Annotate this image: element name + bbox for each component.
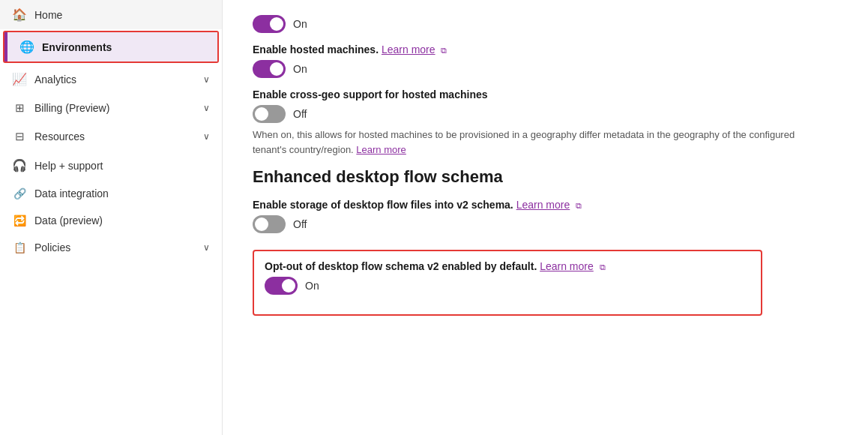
sidebar-item-label: Billing (Preview) [34, 102, 196, 114]
cross-geo-description: When on, this allows for hosted machines… [253, 128, 815, 157]
setting-label-storage-v2: Enable storage of desktop flow files int… [253, 199, 838, 211]
toggle-row-storage-v2: Off [253, 215, 838, 233]
external-link-icon-opt-out: ⧉ [600, 262, 606, 272]
analytics-icon: 📈 [12, 72, 27, 86]
chevron-down-icon: ∨ [203, 74, 210, 85]
toggle-knob [270, 17, 283, 31]
setting-row-top-toggle: On [253, 15, 838, 33]
toggle-opt-out-v2[interactable] [265, 277, 298, 295]
chevron-down-icon: ∨ [203, 131, 210, 142]
toggle-knob [255, 107, 268, 121]
enhanced-desktop-flow-section: Enhanced desktop flow schema Enable stor… [253, 167, 838, 316]
sidebar-item-label: Resources [34, 130, 196, 142]
setting-label-cross-geo: Enable cross-geo support for hosted mach… [253, 88, 838, 100]
toggle-storage-v2[interactable] [253, 215, 286, 233]
setting-label-hosted-machines: Enable hosted machines. Learn more ⧉ [253, 44, 838, 56]
highlighted-setting-box: Opt-out of desktop flow schema v2 enable… [253, 250, 762, 316]
help-icon: 🎧 [12, 158, 27, 172]
home-icon: 🏠 [12, 8, 27, 22]
toggle-knob [255, 218, 268, 231]
toggle-knob [270, 62, 283, 76]
sidebar-item-label: Help + support [34, 160, 210, 172]
sidebar-item-data-integration[interactable]: 🔗 Data integration [0, 180, 222, 207]
sidebar-item-label: Home [34, 9, 210, 21]
chevron-down-icon: ∨ [203, 103, 210, 113]
sidebar-item-analytics[interactable]: 📈 Analytics ∨ [0, 64, 222, 94]
toggle-row-hosted: On [253, 60, 838, 78]
toggle-top[interactable] [253, 15, 286, 33]
external-link-icon-hosted: ⧉ [441, 46, 447, 56]
data-integration-icon: 🔗 [12, 188, 27, 200]
toggle-hosted-machines[interactable] [253, 60, 286, 78]
setting-row-cross-geo: Enable cross-geo support for hosted mach… [253, 88, 838, 157]
policies-icon: 📋 [12, 242, 27, 254]
toggle-row-cross-geo: Off [253, 105, 838, 123]
sidebar-item-label: Environments [42, 41, 205, 53]
resources-icon: ⊟ [12, 130, 27, 143]
billing-icon: ⊞ [12, 101, 27, 115]
setting-label-opt-out-v2: Opt-out of desktop flow schema v2 enable… [265, 260, 750, 272]
setting-row-hosted-machines: Enable hosted machines. Learn more ⧉ On [253, 44, 838, 78]
toggle-state-cross-geo: Off [293, 108, 307, 120]
sidebar-item-policies[interactable]: 📋 Policies ∨ [0, 234, 222, 261]
sidebar-item-label: Data (preview) [34, 214, 210, 226]
toggle-state-storage-v2: Off [293, 218, 307, 230]
main-content: On Enable hosted machines. Learn more ⧉ … [223, 0, 868, 435]
toggle-state-hosted: On [293, 63, 307, 75]
sidebar-item-billing[interactable]: ⊞ Billing (Preview) ∨ [0, 94, 222, 122]
learn-more-link-cross-geo[interactable]: Learn more [356, 144, 406, 155]
toggle-cross-geo[interactable] [253, 105, 286, 123]
environments-icon: 🌐 [19, 40, 34, 54]
learn-more-link-storage-v2[interactable]: Learn more [516, 199, 570, 211]
section-title-enhanced: Enhanced desktop flow schema [253, 167, 838, 187]
learn-more-link-opt-out[interactable]: Learn more [540, 260, 594, 272]
sidebar-item-data-preview[interactable]: 🔁 Data (preview) [0, 207, 222, 234]
setting-row-opt-out-v2: Opt-out of desktop flow schema v2 enable… [265, 260, 750, 295]
sidebar-item-environments[interactable]: 🌐 Environments [4, 32, 217, 62]
toggle-state-top: On [293, 18, 307, 30]
data-preview-icon: 🔁 [12, 214, 27, 226]
sidebar-item-label: Data integration [34, 188, 210, 200]
setting-row-storage-v2: Enable storage of desktop flow files int… [253, 199, 838, 233]
sidebar-item-home[interactable]: 🏠 Home [0, 0, 222, 29]
chevron-down-icon: ∨ [203, 242, 210, 253]
toggle-row: On [253, 15, 838, 33]
sidebar: 🏠 Home 🌐 Environments 📈 Analytics ∨ ⊞ Bi… [0, 0, 223, 435]
sidebar-item-resources[interactable]: ⊟ Resources ∨ [0, 122, 222, 151]
toggle-state-opt-out: On [305, 280, 319, 292]
sidebar-item-label: Policies [34, 242, 196, 254]
toggle-row-opt-out: On [265, 277, 750, 295]
sidebar-item-label: Analytics [34, 74, 196, 86]
toggle-knob [282, 279, 295, 292]
sidebar-item-help[interactable]: 🎧 Help + support [0, 151, 222, 180]
learn-more-link-hosted[interactable]: Learn more [382, 44, 435, 56]
external-link-icon-storage-v2: ⧉ [576, 201, 582, 211]
